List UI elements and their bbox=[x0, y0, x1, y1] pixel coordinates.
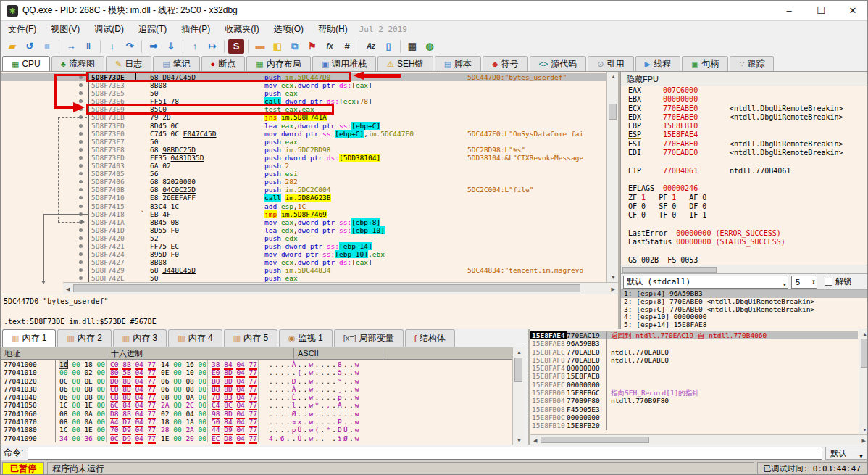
dump-row[interactable]: 770410200C 00 0E 00D0 8D 04 7706 00 08 0… bbox=[1, 377, 512, 385]
register-line[interactable]: ESP15E8FAE4 bbox=[621, 131, 868, 139]
disasm-row[interactable]: 5D8F73FDFF35 0481D35Dpush dword ptr ds:[… bbox=[1, 154, 606, 162]
register-line[interactable]: OF 0 SF 0 DF 0 bbox=[621, 202, 868, 211]
stack-row[interactable]: 15E8FAE896A59BB3 bbox=[530, 339, 858, 347]
register-line[interactable]: GS 002B FS 0053 bbox=[621, 256, 868, 265]
dump-row[interactable]: 7704103006 00 08 00C0 8D 04 7706 00 08 0… bbox=[1, 385, 512, 393]
register-line[interactable]: EIP770B4061ntdll.770B4061 bbox=[621, 167, 868, 175]
memory-hash-icon[interactable]: # bbox=[339, 39, 355, 54]
tab-笔记[interactable]: ▤笔记 bbox=[153, 56, 199, 71]
breakpoint-dot[interactable] bbox=[79, 140, 83, 144]
breakpoint-dot[interactable] bbox=[79, 172, 83, 175]
maximize-button[interactable]: ☐ bbox=[805, 1, 837, 21]
register-line[interactable]: EDI770EABE0<ntdll.DbgUiRemoteBreakin> bbox=[621, 149, 868, 157]
remote-icon[interactable]: ▯ bbox=[380, 39, 396, 54]
register-line[interactable]: CF 0 TF 0 IF 1 bbox=[621, 211, 868, 220]
disasm-row[interactable]: 5D8F74278B08mov ecx,dword ptr ds:[eax] bbox=[1, 258, 606, 266]
menu-item[interactable]: 调试(D) bbox=[87, 21, 131, 37]
settings-icon[interactable]: S bbox=[228, 39, 244, 54]
breakpoint-dot[interactable] bbox=[79, 196, 83, 199]
arg-count-stepper[interactable]: 5 ▲ ▼ bbox=[791, 276, 817, 289]
run-icon[interactable]: → bbox=[63, 39, 79, 54]
stack-row[interactable]: 15E8FB0C00000000 bbox=[530, 413, 858, 421]
dump-row[interactable]: 7704106008 00 0A 00D8 8B 04 7702 00 04 0… bbox=[1, 410, 512, 418]
dump-row[interactable]: 770410501C 00 1E 006C 84 04 772A 00 2C 0… bbox=[1, 401, 512, 409]
breakpoint-dot[interactable] bbox=[79, 244, 83, 248]
bookmarks-icon[interactable]: ⚑ bbox=[304, 39, 320, 54]
tab-断点[interactable]: ●断点 bbox=[201, 56, 246, 71]
menu-item[interactable]: 帮助(H) bbox=[311, 21, 355, 37]
breakpoint-dot[interactable] bbox=[79, 188, 83, 191]
register-list[interactable]: EAX007C6000EBX00000000ECX770EABE0<ntdll.… bbox=[621, 86, 868, 265]
breakpoint-dot[interactable] bbox=[79, 260, 83, 264]
register-hscrollbar[interactable] bbox=[621, 265, 868, 273]
register-line[interactable]: LastStatus 00000000 (STATUS_SUCCESS) bbox=[621, 238, 868, 247]
disasm-row[interactable]: 5D8F7410E8 26EEFAFFcall im.5D8A623B bbox=[1, 194, 606, 202]
patches-icon[interactable]: ▬ bbox=[252, 39, 268, 54]
menu-item[interactable]: 收藏夹(I) bbox=[217, 21, 266, 37]
menu-item[interactable]: 视图(V) bbox=[43, 21, 87, 37]
disasm-row[interactable]: 5D8F74036A 02push 2 bbox=[1, 162, 606, 170]
menu-item[interactable]: 插件(P) bbox=[174, 21, 217, 37]
breakpoint-dot[interactable] bbox=[79, 252, 83, 256]
menu-item[interactable]: 选项(O) bbox=[267, 21, 311, 37]
tab-符号[interactable]: ◆符号 bbox=[483, 56, 527, 71]
step-out-icon[interactable]: ⇓ bbox=[163, 39, 179, 54]
disasm-row[interactable]: 5D8F73F750push eax bbox=[1, 138, 606, 146]
register-line[interactable]: EFLAGS00000246 bbox=[621, 184, 868, 193]
disasm-row[interactable]: 5D8F742052push edx bbox=[1, 234, 606, 242]
tab-监视 1[interactable]: ◉监视 1 bbox=[279, 329, 333, 347]
breakpoint-dot[interactable] bbox=[79, 180, 83, 183]
tab-内存 3[interactable]: ▥内存 3 bbox=[113, 329, 167, 347]
unlock-checkbox[interactable] bbox=[825, 278, 832, 286]
stack-row[interactable]: 15E8FB04770B9F80ntdll.770B9F80 bbox=[530, 397, 858, 405]
disasm-row[interactable]: 5D8F73ED8D45 0Clea eax,dword ptr ss:[ebp… bbox=[1, 122, 606, 130]
breakpoint-dot[interactable] bbox=[79, 91, 83, 95]
disasm-row[interactable]: 5D8F7424895D F0mov dword ptr ss:[ebp-10]… bbox=[1, 250, 606, 258]
calculator-icon[interactable]: ▦ bbox=[404, 39, 420, 54]
disasm-row[interactable]: 5D8F73F0C745 0C E047C45Dmov dword ptr ss… bbox=[1, 130, 606, 138]
tab-SEH链[interactable]: ⚠SEH链 bbox=[377, 56, 433, 71]
register-line[interactable]: EBX00000000 bbox=[621, 95, 868, 104]
stack-row[interactable]: 15E8FAE4770EAC19返回到 ntdll.770EAC19 自 ntd… bbox=[530, 331, 858, 339]
globe-icon[interactable]: ◍ bbox=[422, 39, 438, 54]
disasm-row[interactable]: 5D8F73EBˇ79 2Djns im.5D8F741A bbox=[1, 113, 606, 121]
breakpoint-dot[interactable] bbox=[79, 156, 83, 160]
register-line[interactable]: LastError 00000000 (ERROR_SUCCESS) bbox=[621, 229, 868, 238]
tab-内存布局[interactable]: ▦内存布局 bbox=[246, 56, 310, 71]
run-to-cursor-icon[interactable]: ⇒ bbox=[146, 39, 162, 54]
minimize-button[interactable]: – bbox=[773, 1, 805, 21]
memory-dump-pane[interactable]: 地址 十六进制 ASCII 7704100016 00 18 00C0 8B 0… bbox=[1, 347, 524, 445]
comments-icon[interactable]: ◧ bbox=[270, 39, 285, 54]
pause-icon[interactable]: ‖ bbox=[80, 39, 96, 54]
tab-日志[interactable]: ✎日志 bbox=[106, 56, 151, 71]
dump-row[interactable]: 7704109034 00 36 000C D9 04 771E 00 20 0… bbox=[1, 434, 512, 442]
breakpoint-dot[interactable] bbox=[79, 205, 83, 208]
dump-vscrollbar[interactable]: ▲ ▼ bbox=[512, 347, 524, 445]
disasm-row[interactable]: 5D8F73E38B08mov ecx,dword ptr ds:[eax] bbox=[1, 81, 606, 89]
register-line[interactable]: ZF 1 PF 1 AF 0 bbox=[621, 194, 868, 202]
dump-row[interactable]: 7704107008 00 0A 00A4 D7 04 7718 00 1A 0… bbox=[1, 418, 512, 426]
command-profile-select[interactable]: 默认 ▼ bbox=[825, 447, 867, 460]
menu-item[interactable]: 文件(F) bbox=[1, 21, 43, 37]
breakpoint-dot[interactable] bbox=[79, 83, 83, 87]
tab-源代码[interactable]: <>源代码 bbox=[530, 56, 587, 71]
tab-局部变量[interactable]: [x=]局部变量 bbox=[334, 329, 404, 347]
restart-icon[interactable]: ↺ bbox=[22, 39, 38, 54]
run-to-user-code-icon[interactable]: ↦ bbox=[204, 39, 220, 54]
calling-convention-select[interactable]: 默认 (stdcall) ▼ bbox=[623, 276, 788, 289]
labels-icon[interactable]: ⧉ bbox=[287, 39, 303, 54]
command-input[interactable] bbox=[28, 447, 822, 460]
register-line[interactable]: ESI770EABE0<ntdll.DbgUiRemoteBreakin> bbox=[621, 140, 868, 149]
disasm-vscrollbar[interactable]: ▲ ▼ bbox=[606, 72, 618, 282]
tab-内存 1[interactable]: ▥内存 1 bbox=[2, 329, 56, 347]
functions-icon[interactable]: fx bbox=[322, 39, 338, 54]
breakpoint-dot[interactable] bbox=[79, 236, 83, 240]
disasm-row[interactable]: 5D8F7418ˇEB 4Fjmp im.5D8F7469 bbox=[1, 210, 606, 218]
stack-pane[interactable]: 15E8FAE4770EAC19返回到 ntdll.770EAC19 自 ntd… bbox=[528, 329, 868, 445]
tab-跟踪[interactable]: ∵跟踪 bbox=[730, 56, 774, 71]
tab-内存 5[interactable]: ▥内存 5 bbox=[224, 329, 277, 347]
disasm-row[interactable]: 5D8F740B68 04C0C25Dpush im.5DC2C0045DC2C… bbox=[1, 186, 606, 194]
tab-调用堆栈[interactable]: ▣调用堆栈 bbox=[312, 56, 376, 71]
disasm-row[interactable]: 5D8F73F868 98BDC25Dpush im.5DC2BD985DC2B… bbox=[1, 146, 606, 154]
breakpoint-dot[interactable] bbox=[79, 276, 83, 280]
